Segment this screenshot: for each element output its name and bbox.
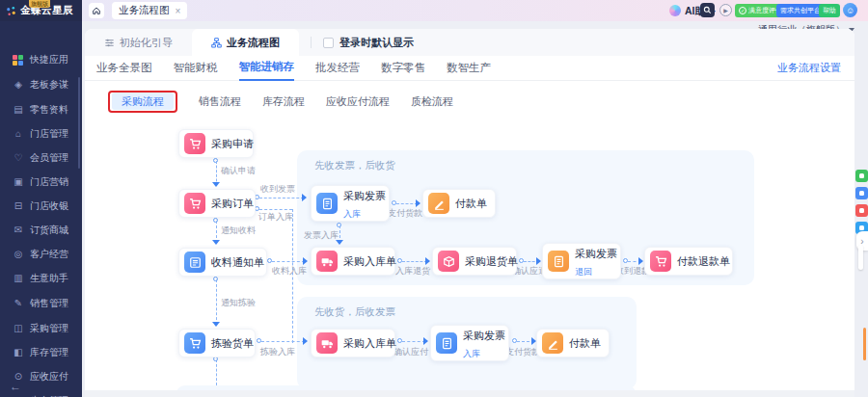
sidebar-item-boss-advisor[interactable]: ◈ 老板参谋 <box>0 75 82 94</box>
edge-line <box>272 261 305 262</box>
mail-support-icon[interactable] <box>855 187 868 199</box>
sidebar-collapse-button[interactable]: ← <box>10 380 21 393</box>
home-icon <box>92 6 101 15</box>
check-circle-icon: ✓ <box>739 7 746 14</box>
flow-tab-qc[interactable]: 质检流程 <box>411 94 453 109</box>
sidebar-item-quick-apps[interactable]: 快捷应用 <box>0 50 82 69</box>
edge-label: 收料入库 <box>272 265 307 278</box>
edge-line <box>216 359 217 385</box>
flow-node-payment[interactable]: 付款单 <box>422 189 496 218</box>
sidebar-item-sales-manage[interactable]: ✎ 销售管理 <box>0 294 82 313</box>
sidebar-scrollbar[interactable] <box>78 77 80 169</box>
edge-label: 入库退货 <box>395 265 430 278</box>
edge-line <box>261 341 305 342</box>
flow-node-purchase-order[interactable]: 采购订单 <box>178 189 256 218</box>
store-marketing-icon: ▣ <box>13 176 24 188</box>
vertical-scrollbar-thumb-orange[interactable] <box>863 328 866 360</box>
apps-grid-icon <box>13 55 24 66</box>
init-guide-icon <box>104 38 115 48</box>
sidebar-item-store-marketing[interactable]: ▣ 门店营销 <box>0 172 82 192</box>
flow-tab-inventory[interactable]: 库存流程 <box>262 94 305 109</box>
flow-tab-sales[interactable]: 销售流程 <box>199 94 241 109</box>
chat-support-icon[interactable] <box>855 170 868 182</box>
sidebar-item-cashier[interactable]: ⊟ 门店收银 <box>0 197 82 216</box>
section-title: 先收发票，后收货 <box>314 159 395 172</box>
retail-data-icon: ▤ <box>13 104 24 116</box>
edge-label: 发票入库 <box>304 229 339 242</box>
cart-icon <box>184 133 205 154</box>
flow-node-purchase-inbound-2[interactable]: 采购入库单 <box>311 329 395 357</box>
module-subtabs: 业务全景图 智能财税 智能进销存 批发经营 数字零售 数智生产 业务流程设置 <box>85 56 854 81</box>
horizontal-scrollbar[interactable] <box>85 390 854 397</box>
edge-label: 确认应付 <box>393 346 428 358</box>
subtab-digital-retail[interactable]: 数字零售 <box>381 56 425 81</box>
sidebar-item-customer[interactable]: ◎ 客户经营 <box>0 245 82 264</box>
flow-node-purchase-inbound[interactable]: 采购入库单 <box>311 247 395 276</box>
flow-node-purchase-request[interactable]: 采购申请 <box>178 129 254 158</box>
subtab-finance-tax[interactable]: 智能财税 <box>174 56 218 81</box>
ai-assistant-icon[interactable] <box>669 5 681 16</box>
sidebar-item-store-manage[interactable]: ⌂ 门店管理 <box>0 124 82 144</box>
logo: 金蝶云星辰 旗舰版 <box>0 0 82 21</box>
edge-line <box>216 279 217 325</box>
cocreate-platform-badge[interactable]: 需求共创平台 <box>776 4 825 17</box>
invoice-icon <box>436 332 457 354</box>
subtab-panorama[interactable]: 业务全景图 <box>96 56 152 81</box>
edge-label: 通知收料 <box>221 225 256 237</box>
search-button[interactable] <box>700 3 715 17</box>
sidebar-item-purchase-manage[interactable]: ◫ 采购管理 <box>0 319 82 338</box>
window-tab-business-flow[interactable]: 业务流程图 × <box>112 2 187 19</box>
flow-node-pick-inspect[interactable]: 拣验货单 <box>178 329 256 357</box>
cart-icon <box>650 251 671 272</box>
edge-label: 拣验入库 <box>260 346 295 358</box>
flow-node-payment-2[interactable]: 付款单 <box>536 329 610 357</box>
flow-node-material-notice[interactable]: 收料通知单 <box>178 248 267 277</box>
subtab-smart-production[interactable]: 数智生产 <box>447 56 491 81</box>
cashier-icon: ⊟ <box>13 200 24 212</box>
help-badge[interactable]: 帮助 <box>819 4 840 17</box>
sidebar-item-member-manage[interactable]: ♡ 会员管理 <box>0 148 82 168</box>
subtab-smart-jxc[interactable]: 智能进销存 <box>239 56 295 81</box>
edge-label: 确认申请 <box>221 165 256 177</box>
subtab-wholesale[interactable]: 批发经营 <box>315 56 360 81</box>
avatar[interactable]: ☺ <box>843 3 857 17</box>
sidebar-item-inventory-manage[interactable]: ◧ 库存管理 <box>0 343 82 362</box>
cart-icon <box>184 193 205 214</box>
inventory-manage-icon: ◧ <box>13 347 24 358</box>
flow-node-purchase-invoice-in[interactable]: 采购发票 入库 <box>311 185 390 222</box>
invoice-icon <box>316 193 338 214</box>
login-default-label: 登录时默认显示 <box>339 36 414 50</box>
flow-settings-link[interactable]: 业务流程设置 <box>777 61 841 75</box>
tab-init-guide[interactable]: 初始化引导 <box>85 29 192 56</box>
feedback-icon[interactable] <box>855 204 868 217</box>
top-bar: 金蝶云星辰 旗舰版 业务流程图 × AI助手 ▶ ✓ 满意度评价 需 <box>0 0 868 21</box>
sidebar-item-assistant[interactable]: ▥ 生意助手 <box>0 269 82 288</box>
flow-tab-purchase[interactable]: 采购流程 <box>112 93 174 110</box>
edge-line <box>259 198 304 198</box>
login-default-checkbox[interactable] <box>323 38 334 48</box>
sidebar-item-retail-data[interactable]: ▤ 零售资料 <box>0 100 82 119</box>
cart-icon <box>184 332 205 354</box>
edge-line <box>396 203 418 204</box>
app-screen: 金蝶云星辰 旗舰版 业务流程图 × AI助手 ▶ ✓ 满意度评价 需 <box>0 0 868 397</box>
edge-label: 支付货款 <box>388 207 422 220</box>
flow-node-purchase-invoice-in-2[interactable]: 采购发票 入库 <box>430 325 509 361</box>
flow-node-payment-refund[interactable]: 付款退款单 <box>644 247 733 276</box>
edge-line <box>259 209 292 210</box>
flow-node-purchase-return[interactable]: 采购退货单 <box>432 247 517 276</box>
pen-icon <box>542 332 563 354</box>
vertical-scrollbar-thumb[interactable] <box>858 245 863 270</box>
tab-business-flow[interactable]: 业务流程图 <box>192 29 299 56</box>
flow-node-purchase-invoice-return[interactable]: 采购发票 退回 <box>542 243 621 279</box>
purchase-manage-icon: ◫ <box>13 323 24 334</box>
sidebar-item-order-mall[interactable]: ✉ 订货商城 <box>0 221 82 240</box>
sidebar: 快捷应用 ◈ 老板参谋 ▤ 零售资料 ⌂ 门店管理 ♡ 会员管理 ▣ 门店营销 … <box>0 21 82 397</box>
edge-label: 支付货款 <box>505 346 540 358</box>
logo-star-icon <box>6 6 16 16</box>
close-icon[interactable]: × <box>176 6 181 16</box>
window-tab-label: 业务流程图 <box>119 4 170 17</box>
flow-tab-ar-ap[interactable]: 应收应付流程 <box>326 94 390 109</box>
edge-arrow <box>302 194 311 201</box>
home-button[interactable] <box>89 3 104 18</box>
play-button[interactable]: ▶ <box>719 4 732 16</box>
